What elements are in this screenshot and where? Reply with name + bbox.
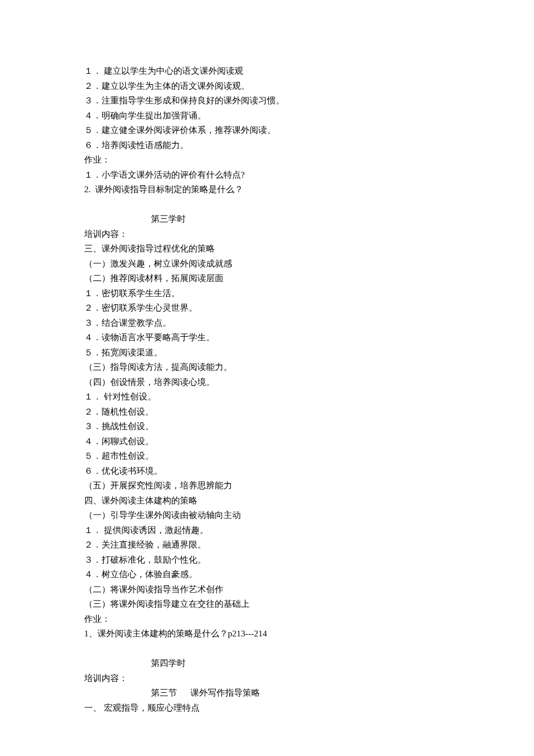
document-page: １． 建立以学生为中心的语文课外阅读观２．建立以学生为主体的语文课外阅读观。３．…	[0, 0, 534, 756]
body-line: ５．建立健全课外阅读评价体系，推荐课外阅读。	[84, 123, 450, 138]
body-line: （四）创设情景，培养阅读心境。	[84, 375, 450, 390]
body-line: ４．闲聊式创设。	[84, 434, 450, 449]
body-line: （一）激发兴趣，树立课外阅读成就感	[84, 257, 450, 272]
body-line: ５．拓宽阅读渠道。	[84, 345, 450, 361]
blank-line	[84, 642, 450, 657]
body-line: １．密切联系学生生活。	[84, 286, 450, 301]
body-line: ２．密切联系学生心灵世界。	[84, 301, 450, 316]
body-line: ６．优化读书环境。	[84, 464, 450, 479]
body-line: 作业：	[84, 612, 450, 627]
body-line: ２．建立以学生为主体的语文课外阅读观。	[84, 79, 450, 94]
body-line: 2. 课外阅读指导目标制定的策略是什么？	[84, 182, 450, 197]
body-line: 四、课外阅读主体建构的策略	[84, 494, 450, 509]
body-line: 1、课外阅读主体建构的策略是什么？p213---214	[84, 627, 450, 642]
body-line: ２．关注直接经验，融通界限。	[84, 538, 450, 553]
section-heading: 第四学时	[84, 656, 450, 671]
body-line: ３．打破标准化，鼓励个性化。	[84, 553, 450, 568]
body-line: ４．树立信心，体验自豪感。	[84, 567, 450, 582]
subsection-heading: 第三节 课外写作指导策略	[84, 686, 450, 701]
body-line: 培训内容：	[84, 671, 450, 686]
body-line: （二）将课外阅读指导当作艺术创作	[84, 582, 450, 597]
body-line: ３．注重指导学生形成和保持良好的课外阅读习惯。	[84, 93, 450, 109]
body-line: ３．挑战性创设。	[84, 419, 450, 434]
body-line: １． 提供阅读诱因，激起情趣。	[84, 523, 450, 538]
body-line: （二）推荐阅读材料，拓展阅读层面	[84, 271, 450, 286]
section-heading: 第三学时	[84, 212, 450, 227]
body-line: （三）将课外阅读指导建立在交往的基础上	[84, 597, 450, 612]
body-line: １． 建立以学生为中心的语文课外阅读观	[84, 64, 450, 79]
body-line: 作业：	[84, 153, 450, 168]
body-line: ５．超市性创设。	[84, 449, 450, 464]
body-line: ４．读物语言水平要略高于学生。	[84, 330, 450, 345]
blank-line	[84, 197, 450, 213]
body-line: （三）指导阅读方法，提高阅读能力。	[84, 360, 450, 375]
body-line: （五）开展探究性阅读，培养思辨能力	[84, 478, 450, 494]
body-line: ６．培养阅读性语感能力。	[84, 138, 450, 153]
body-line: １． 针对性创设。	[84, 390, 450, 405]
body-line: 三、课外阅读指导过程优化的策略	[84, 242, 450, 257]
body-line: ２．随机性创设。	[84, 405, 450, 420]
body-line: ３．结合课堂教学点。	[84, 316, 450, 331]
body-line: （一）引导学生课外阅读由被动轴向主动	[84, 508, 450, 523]
body-line: １．小学语文课外活动的评价有什么特点?	[84, 168, 450, 183]
body-line: 培训内容：	[84, 227, 450, 242]
body-line: ４．明确向学生提出加强背诵。	[84, 109, 450, 124]
body-line: 一、 宏观指导，顺应心理特点	[84, 701, 450, 716]
